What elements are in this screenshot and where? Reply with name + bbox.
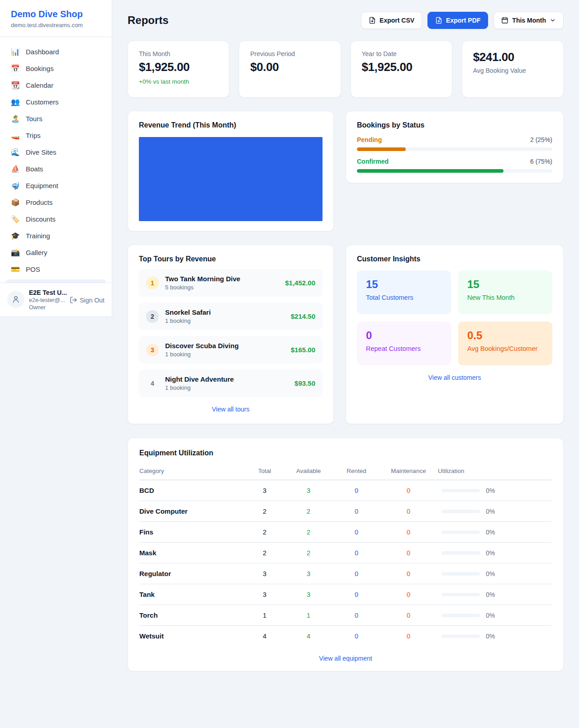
sidebar-item-boats[interactable]: ⛵ Boats — [5, 161, 106, 177]
tour-row: 3 Discover Scuba Diving 1 booking $165.0… — [139, 336, 323, 364]
sidebar-item-tours[interactable]: 🏝️ Tours — [5, 110, 106, 127]
user-icon — [11, 295, 20, 304]
cell-available: 1 — [283, 605, 334, 626]
utilization-percent: 0% — [486, 591, 495, 598]
calendar-icon: 📆 — [11, 82, 20, 89]
sidebar-item-dive-sites[interactable]: 🌊 Dive Sites — [5, 144, 106, 161]
user-role: Owner — [29, 304, 65, 311]
cell-category: Fins — [139, 522, 246, 543]
utilization-cell: 0% — [441, 633, 548, 640]
tile-value: 15 — [467, 278, 543, 291]
cell-total: 3 — [246, 584, 283, 605]
utilization-cell: 0% — [441, 487, 548, 494]
products-icon: 📦 — [11, 199, 20, 206]
sidebar-item-label: Products — [26, 199, 52, 206]
cell-available: 4 — [283, 626, 334, 647]
cell-total: 2 — [246, 501, 283, 522]
tour-amount: $214.50 — [291, 312, 315, 320]
dive-sites-icon: 🌊 — [11, 149, 20, 156]
status-progress-track — [357, 147, 552, 151]
cell-rented: 0 — [334, 501, 379, 522]
sidebar-item-trips[interactable]: 🚤 Trips — [5, 127, 106, 144]
stat-card-avg-booking-value: $241.00 Avg Booking Value — [462, 41, 564, 98]
cell-total: 4 — [246, 626, 283, 647]
utilization-percent: 0% — [486, 529, 495, 536]
sidebar-item-equipment[interactable]: 🤿 Equipment — [5, 177, 106, 194]
export-csv-button[interactable]: Export CSV — [361, 12, 422, 29]
sign-out-button[interactable]: Sign Out — [70, 296, 104, 304]
sidebar-item-gallery[interactable]: 📸 Gallery — [5, 244, 106, 261]
page-title: Reports — [128, 14, 169, 27]
status-label: Pending — [357, 136, 382, 143]
cell-maintenance: 0 — [379, 584, 438, 605]
cell-maintenance: 0 — [379, 501, 438, 522]
equipment-icon: 🤿 — [11, 182, 20, 189]
tours-icon: 🏝️ — [11, 115, 20, 123]
sidebar-item-label: Dive Sites — [26, 148, 57, 156]
header-actions: Export CSV Export PDF This Month — [361, 12, 564, 29]
cell-category: Wetsuit — [139, 626, 246, 647]
shop-name-link[interactable]: Demo Dive Shop — [11, 9, 101, 19]
stat-value: $1,925.00 — [362, 60, 441, 74]
cell-rented: 0 — [334, 626, 379, 647]
equipment-table: Category Total Available Rented Maintena… — [139, 463, 552, 646]
column-header-category: Category — [139, 463, 246, 480]
tour-name: Two Tank Morning Dive — [165, 275, 240, 283]
cell-total: 2 — [246, 543, 283, 563]
discounts-icon: 🏷️ — [11, 216, 20, 223]
sidebar: Demo Dive Shop demo.test.divestreams.com… — [0, 0, 112, 317]
sidebar-item-label: Calendar — [26, 81, 53, 89]
view-all-tours-link[interactable]: View all tours — [212, 406, 249, 413]
tour-row: 4 Night Dive Adventure 1 booking $93.50 — [139, 369, 323, 397]
tour-bookings: 1 booking — [165, 384, 234, 391]
sidebar-item-discounts[interactable]: 🏷️ Discounts — [5, 211, 106, 227]
sidebar-item-calendar[interactable]: 📆 Calendar — [5, 77, 106, 94]
sidebar-item-bookings[interactable]: 📅 Bookings — [5, 60, 106, 77]
top-tours-card: Top Tours by Revenue 1 Two Tank Morning … — [128, 245, 334, 424]
user-email: e2e-tester@... — [29, 297, 65, 303]
cell-rented: 0 — [334, 584, 379, 605]
sidebar-item-reports-partial[interactable] — [5, 279, 106, 283]
status-progress-fill — [357, 169, 503, 173]
revenue-trend-title: Revenue Trend (This Month) — [139, 121, 323, 129]
sidebar-item-training[interactable]: 🎓 Training — [5, 227, 106, 244]
top-tours-title: Top Tours by Revenue — [139, 255, 323, 263]
cell-available: 3 — [283, 563, 334, 584]
tile-value: 0.5 — [467, 329, 543, 342]
chevron-down-icon — [550, 17, 556, 24]
sidebar-item-customers[interactable]: 👥 Customers — [5, 94, 106, 110]
period-select[interactable]: This Month — [494, 12, 564, 29]
status-value: 6 (75%) — [530, 158, 552, 165]
sidebar-item-dashboard[interactable]: 📊 Dashboard — [5, 43, 106, 60]
sidebar-item-pos[interactable]: 💳 POS — [5, 261, 106, 278]
column-header-rented: Rented — [334, 463, 379, 480]
sidebar-user-section: E2E Test U... e2e-tester@... Owner Sign … — [0, 283, 112, 317]
tour-row: 2 Snorkel Safari 1 booking $214.50 — [139, 303, 323, 330]
main-content: Reports Export CSV Export PDF This Month — [112, 0, 579, 693]
stat-label: Avg Booking Value — [473, 67, 552, 74]
sidebar-header: Demo Dive Shop demo.test.divestreams.com — [0, 0, 112, 37]
stat-card-previous-period: Previous Period $0.00 — [239, 41, 341, 98]
insights-row: Top Tours by Revenue 1 Two Tank Morning … — [128, 245, 564, 424]
sidebar-nav: 📊 Dashboard 📅 Bookings 📆 Calendar 👥 Cust… — [0, 37, 112, 283]
view-all-customers-link[interactable]: View all customers — [428, 374, 481, 381]
utilization-cell: 0% — [441, 612, 548, 619]
trips-icon: 🚤 — [11, 132, 20, 139]
tile-value: 15 — [366, 278, 442, 291]
equipment-utilization-title: Equipment Utilization — [139, 449, 552, 457]
utilization-bar — [441, 530, 480, 534]
tour-name: Discover Scuba Diving — [165, 342, 239, 350]
export-pdf-button[interactable]: Export PDF — [427, 12, 488, 29]
revenue-trend-chart — [139, 137, 323, 221]
cell-category: Dive Computer — [139, 501, 246, 522]
view-all-equipment-link[interactable]: View all equipment — [319, 655, 372, 662]
table-row: Dive Computer 2 2 0 0 0% — [139, 501, 552, 522]
table-row: Torch 1 1 0 0 0% — [139, 605, 552, 626]
stat-value: $241.00 — [473, 50, 552, 64]
sidebar-item-products[interactable]: 📦 Products — [5, 194, 106, 211]
pos-icon: 💳 — [11, 266, 20, 273]
status-value: 2 (25%) — [530, 136, 552, 143]
sidebar-item-label: Bookings — [26, 65, 54, 72]
utilization-bar — [441, 489, 480, 492]
utilization-cell: 0% — [441, 570, 548, 577]
